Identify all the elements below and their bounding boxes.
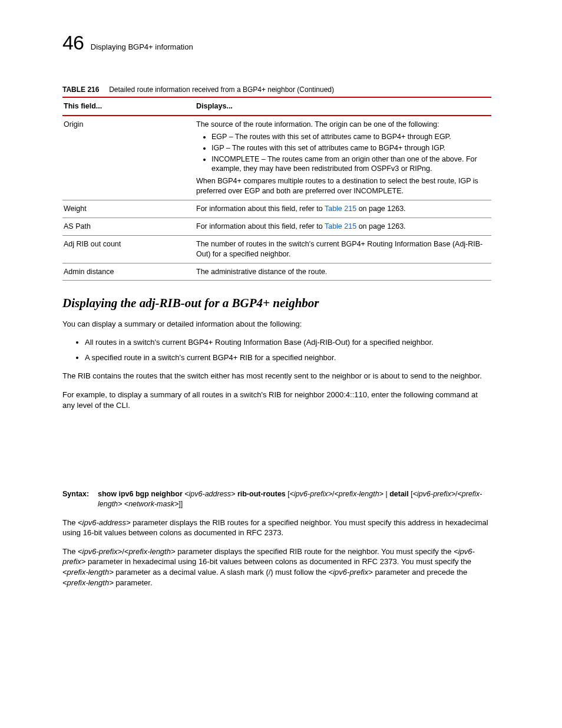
cell-field: Origin [62, 116, 195, 200]
syntax-cmd: detail [389, 490, 409, 498]
syntax-label: Syntax: [62, 489, 98, 509]
origin-intro: The source of the route information. The… [196, 120, 439, 129]
cell-desc: For information about this field, refer … [195, 200, 491, 218]
cell-desc: The source of the route information. The… [195, 116, 491, 200]
list-item: INCOMPLETE – The routes came from an ori… [211, 154, 487, 174]
aspath-pre: For information about this field, refer … [196, 222, 325, 230]
cell-field: Weight [62, 200, 195, 218]
syntax-cmd: rib-out-routes [237, 490, 286, 498]
running-header: 46 Displaying BGP4+ information [62, 29, 491, 57]
syntax-cmd: show ipv6 bgp neighbor [98, 490, 183, 498]
syntax-block: Syntax: show ipv6 bgp neighbor <ipv6-add… [62, 489, 491, 509]
spacer [62, 419, 491, 489]
cell-desc: The number of routes in the switch's cur… [195, 235, 491, 263]
text: parameter displays the specified RIB rou… [176, 547, 454, 556]
cross-ref-link[interactable]: Table 215 [325, 205, 356, 213]
origin-list: EGP – The routes with this set of attrib… [196, 132, 487, 174]
syntax-body: show ipv6 bgp neighbor <ipv6-address> ri… [98, 489, 491, 509]
param-ref: <prefix-length> [62, 568, 114, 577]
param-ref: <ipv6-prefix> [329, 568, 373, 577]
syntax-param: <ipv6-address> [184, 490, 235, 498]
body-paragraph: The <ipv6-address> parameter displays th… [62, 518, 491, 538]
info-table: This field... Displays... Origin The sou… [62, 97, 491, 281]
origin-trailer: When BGP4+ compares multiple routes to a… [196, 177, 478, 195]
table-row: Origin The source of the route informati… [62, 116, 491, 200]
chapter-title: Displaying BGP4+ information [91, 42, 193, 54]
text: parameter in hexadecimal using 16-bit va… [85, 557, 471, 566]
table-caption-text: Detailed route information received from… [109, 85, 334, 94]
text: parameter as a decimal value. A slash ma… [114, 568, 329, 577]
table-row: Adj RIB out count The number of routes i… [62, 235, 491, 263]
syntax-param: <prefix-length> [335, 490, 384, 498]
cell-field: AS Path [62, 218, 195, 235]
text: The [62, 547, 78, 556]
table-row: AS Path For information about this field… [62, 218, 491, 235]
syntax-param: <network-mask> [124, 500, 178, 508]
cross-ref-link[interactable]: Table 215 [325, 222, 356, 230]
table-header-row: This field... Displays... [62, 97, 491, 116]
list-item: A specified route in a switch's current … [85, 353, 491, 363]
table-row: Admin distance The administrative distan… [62, 263, 491, 281]
text: parameter. [114, 578, 153, 587]
weight-pre: For information about this field, refer … [196, 205, 325, 213]
syntax-param: <ipv6-prefix> [413, 490, 455, 498]
table-label: TABLE 216 [62, 85, 99, 94]
text: parameter and precede the [373, 568, 467, 577]
body-paragraph: For example, to display a summary of all… [62, 390, 491, 410]
section-heading: Displaying the adj-RIB-out for a BGP4+ n… [62, 295, 491, 311]
param-ref: <ipv6-prefix> [78, 547, 122, 556]
cell-desc: For information about this field, refer … [195, 218, 491, 235]
list-item: All routes in a switch's current BGP4+ R… [85, 337, 491, 348]
col-header-field: This field... [62, 97, 195, 116]
param-ref: <ipv6-address> [78, 518, 131, 527]
page: 46 Displaying BGP4+ information TABLE 21… [0, 0, 562, 728]
body-paragraph: The <ipv6-prefix>/<prefix-length> parame… [62, 546, 491, 588]
body-paragraph: You can display a summary or detailed in… [62, 319, 491, 330]
cell-field: Adj RIB out count [62, 235, 195, 263]
table-row: Weight For information about this field,… [62, 200, 491, 218]
body-paragraph: The RIB contains the routes that the swi… [62, 371, 491, 381]
syntax-param: <ipv6-prefix> [290, 490, 332, 498]
body-list: All routes in a switch's current BGP4+ R… [62, 337, 491, 363]
table-caption: TABLE 216 Detailed route information rec… [62, 85, 491, 94]
list-item: EGP – The routes with this set of attrib… [211, 132, 487, 142]
weight-post: on page 1263. [356, 205, 405, 213]
chapter-number: 46 [62, 29, 84, 57]
aspath-post: on page 1263. [356, 222, 405, 230]
list-item: IGP – The routes with this set of attrib… [211, 143, 487, 153]
cell-field: Admin distance [62, 263, 195, 281]
col-header-displays: Displays... [195, 97, 491, 116]
param-ref: <prefix-length> [62, 578, 114, 587]
cell-desc: The administrative distance of the route… [195, 263, 491, 281]
param-ref: <prefix-length> [124, 547, 176, 556]
text: The [62, 518, 78, 527]
